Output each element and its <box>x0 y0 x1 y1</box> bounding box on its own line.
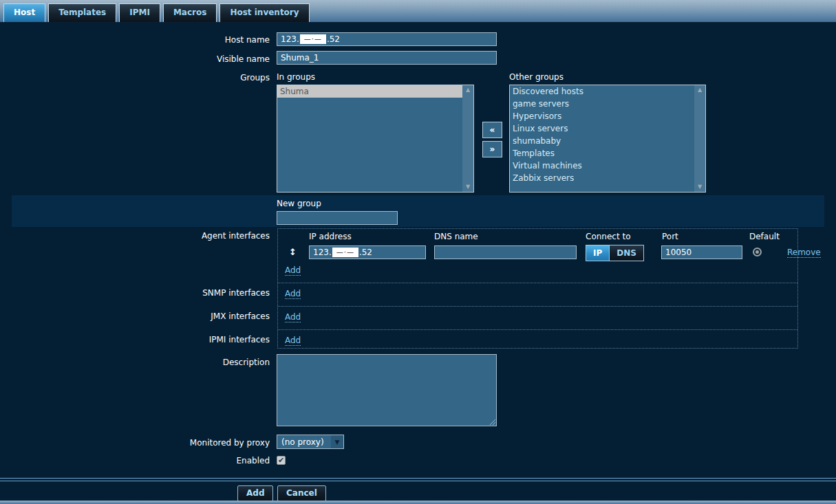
tab-host[interactable]: Host <box>3 3 45 22</box>
radio-dot <box>755 250 759 254</box>
interfaces-container: IP address DNS name Connect to Port Defa… <box>277 228 798 349</box>
col-dns-name: DNS name <box>434 232 478 241</box>
ipmi-interfaces-label: IPMI interfaces <box>209 335 270 344</box>
resize-handle[interactable] <box>489 418 495 425</box>
list-item[interactable]: Templates <box>510 147 694 160</box>
host-name-label: Host name <box>225 35 270 45</box>
col-port: Port <box>662 232 678 241</box>
divider <box>0 481 836 481</box>
agent-interfaces-label: Agent interfaces <box>202 231 270 241</box>
new-group-label: New group <box>277 199 321 208</box>
description-textarea[interactable] <box>277 354 497 426</box>
host-name-redaction: —·— <box>300 34 326 44</box>
list-item[interactable]: Hypervisors <box>510 110 694 122</box>
proxy-label: Monitored by proxy <box>190 438 270 448</box>
groups-label: Groups <box>240 73 270 83</box>
list-item[interactable]: Shuma <box>277 85 462 98</box>
check-icon: ✔ <box>278 456 284 465</box>
divider <box>278 306 797 307</box>
ipmi-add-link[interactable]: Add <box>285 336 301 346</box>
tab-bar: Host Templates IPMI Macros Host inventor… <box>0 0 836 23</box>
visible-name-input[interactable] <box>277 51 497 65</box>
connect-to-toggle: IP DNS <box>586 245 644 261</box>
other-groups-heading: Other groups <box>509 72 564 82</box>
description-label: Description <box>223 358 270 367</box>
agent-ip-suffix: .52 <box>359 248 372 257</box>
col-connect-to: Connect to <box>586 232 630 241</box>
divider <box>278 329 797 330</box>
divider <box>278 283 797 283</box>
scroll-up-icon[interactable]: ▲ <box>694 85 705 95</box>
visible-name-label: Visible name <box>217 54 270 64</box>
list-item[interactable]: game servers <box>510 98 694 110</box>
scroll-up-icon[interactable]: ▲ <box>462 85 473 95</box>
agent-dns-input[interactable] <box>434 245 577 259</box>
bottom-strip <box>0 501 836 504</box>
list-item[interactable]: Virtual machines <box>510 160 694 172</box>
in-groups-heading: In groups <box>277 72 315 82</box>
other-groups-items: Discovered hosts game servers Hypervisor… <box>510 85 694 192</box>
new-group-input[interactable] <box>277 211 398 225</box>
default-radio[interactable] <box>753 248 762 256</box>
agent-ip-redaction: —·— <box>332 248 358 257</box>
scroll-down-icon[interactable]: ▼ <box>462 182 473 192</box>
other-groups-scrollbar[interactable]: ▲ ▼ <box>694 85 705 192</box>
other-groups-listbox[interactable]: Discovered hosts game servers Hypervisor… <box>509 85 706 193</box>
proxy-select[interactable]: (no proxy) ▼ <box>277 435 344 449</box>
agent-ip-prefix: 123. <box>313 248 332 257</box>
add-button[interactable]: Add <box>237 485 273 501</box>
move-to-in-groups-button[interactable]: « <box>482 122 502 138</box>
tab-ipmi[interactable]: IPMI <box>119 3 160 22</box>
chevron-down-icon: ▼ <box>331 435 343 448</box>
agent-remove-link[interactable]: Remove <box>787 248 821 258</box>
jmx-add-link[interactable]: Add <box>285 312 301 322</box>
list-item[interactable]: Discovered hosts <box>510 85 694 98</box>
agent-ip-input[interactable]: 123.—·—.52 <box>309 245 426 259</box>
jmx-interfaces-label: JMX interfaces <box>211 311 270 321</box>
host-name-suffix: .52 <box>327 34 340 44</box>
agent-port-input[interactable] <box>661 245 742 259</box>
connect-dns-button[interactable]: DNS <box>609 245 643 261</box>
connect-ip-button[interactable]: IP <box>586 245 609 261</box>
list-item[interactable]: shumababy <box>510 135 694 147</box>
cancel-button[interactable]: Cancel <box>277 485 326 501</box>
list-item[interactable]: Zabbix servers <box>510 172 694 184</box>
in-groups-listbox[interactable]: Shuma ▲ ▼ <box>277 85 474 193</box>
agent-add-link[interactable]: Add <box>285 265 301 276</box>
snmp-add-link[interactable]: Add <box>285 289 301 299</box>
snmp-interfaces-label: SNMP interfaces <box>202 288 270 298</box>
proxy-select-value: (no proxy) <box>277 437 331 447</box>
col-ip-address: IP address <box>309 232 352 241</box>
enabled-checkbox[interactable]: ✔ <box>277 456 286 465</box>
col-default: Default <box>749 232 780 241</box>
in-groups-scrollbar[interactable]: ▲ ▼ <box>462 85 473 192</box>
host-name-input[interactable]: 123.—·—.52 <box>277 32 497 46</box>
scroll-down-icon[interactable]: ▼ <box>694 182 705 192</box>
move-to-other-groups-button[interactable]: » <box>482 141 502 157</box>
tab-host-inventory[interactable]: Host inventory <box>219 3 309 22</box>
host-config-screen: Host Templates IPMI Macros Host inventor… <box>0 0 836 504</box>
enabled-label: Enabled <box>237 456 270 465</box>
list-item[interactable]: Linux servers <box>510 122 694 135</box>
in-groups-items: Shuma <box>277 85 462 192</box>
drag-handle-icon[interactable]: ↕ <box>289 247 297 257</box>
tab-templates[interactable]: Templates <box>48 3 116 22</box>
divider <box>0 478 836 479</box>
host-name-prefix: 123. <box>281 34 299 44</box>
tab-macros[interactable]: Macros <box>163 3 217 22</box>
new-group-band <box>12 195 824 227</box>
